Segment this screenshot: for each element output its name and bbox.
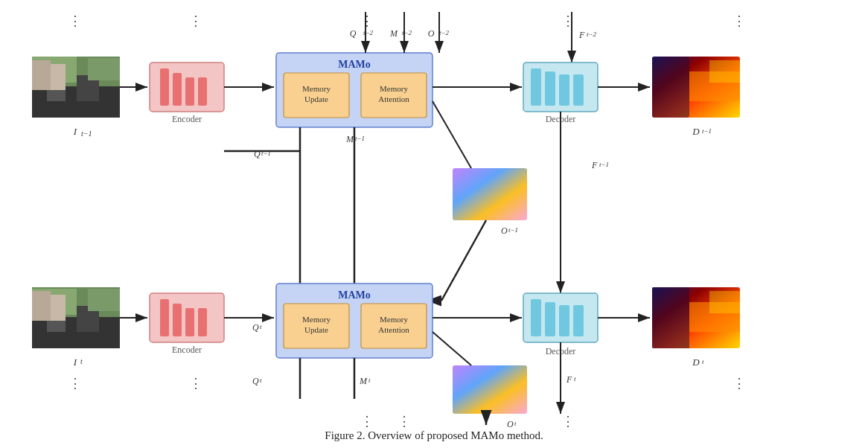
depth-output-label-r1: D — [692, 126, 700, 137]
svg-rect-16 — [185, 77, 194, 106]
svg-rect-10 — [88, 58, 120, 80]
dots-bottom-output: ⋮ — [733, 376, 746, 391]
svg-rect-43 — [51, 295, 66, 321]
f-out-label-r1: F — [591, 160, 598, 170]
memory-update-label2-r1: Update — [304, 95, 328, 103]
svg-rect-37 — [32, 317, 120, 348]
memory-attention-label1-r2: Memory — [380, 315, 408, 324]
svg-text:t: t — [514, 420, 517, 427]
dots-bottom-encoder: ⋮ — [189, 376, 202, 391]
memory-attention-label1-r1: Memory — [380, 84, 408, 93]
dots-top-encoder: ⋮ — [189, 13, 202, 28]
svg-rect-49 — [531, 299, 541, 336]
mamo-title-r2: MAMo — [338, 289, 371, 301]
svg-rect-51 — [559, 305, 569, 336]
svg-text:t−1: t−1 — [508, 226, 518, 234]
svg-text:t: t — [574, 375, 576, 383]
m-out-label-r1: M — [345, 134, 354, 144]
q-label-r2: Q — [252, 322, 259, 333]
dots-top-mamo-left: ⋮ — [360, 13, 374, 28]
svg-rect-23 — [545, 71, 555, 106]
diagram-container: ⋮ ⋮ ⋮ ⋮ ⋮ ⋮ ⋮ I t−1 Encoder — [25, 4, 843, 444]
input-label-r1: I — [73, 126, 77, 137]
memory-update-label1-r2: Memory — [302, 315, 331, 324]
svg-text:t−2: t−2 — [363, 29, 374, 36]
svg-rect-6 — [32, 86, 120, 118]
m-label-below-r2: M — [359, 376, 368, 386]
q-label-below-r2: Q — [252, 376, 259, 386]
svg-text:t−1: t−1 — [81, 129, 92, 138]
svg-rect-45 — [160, 299, 169, 336]
arrow-flow-to-mamo-r2a — [441, 220, 486, 301]
svg-rect-14 — [160, 68, 169, 106]
f-label-below-r2: F — [566, 374, 572, 385]
svg-rect-42 — [32, 291, 51, 321]
svg-rect-48 — [198, 308, 207, 336]
optical-flow-r1 — [453, 168, 527, 220]
svg-rect-24 — [559, 74, 569, 106]
optical-flow-r2 — [453, 365, 527, 414]
f-label-top-r1: F — [578, 30, 585, 40]
svg-text:t−2: t−2 — [402, 29, 412, 36]
encoder-label-r1: Encoder — [172, 114, 202, 124]
svg-text:t−1: t−1 — [355, 135, 365, 142]
dots-top-input: ⋮ — [68, 13, 82, 28]
svg-rect-41 — [88, 289, 120, 311]
dots-top-decoder: ⋮ — [561, 13, 575, 28]
svg-text:t−2: t−2 — [587, 31, 597, 38]
svg-rect-28 — [709, 60, 740, 83]
svg-text:t: t — [702, 358, 704, 365]
dots-bottom-input: ⋮ — [68, 376, 82, 391]
memory-update-label2-r2: Update — [304, 325, 328, 334]
svg-text:t−1: t−1 — [599, 161, 609, 168]
dots-bottom-decoder: ⋮ — [561, 414, 575, 429]
svg-rect-25 — [573, 74, 584, 106]
svg-rect-15 — [173, 73, 182, 106]
memory-attention-label2-r2: Attention — [378, 325, 409, 334]
m-label-top-r1: M — [389, 28, 398, 39]
svg-text:t: t — [368, 377, 371, 384]
svg-rect-11 — [32, 60, 51, 90]
input-label-r2: I — [73, 356, 77, 368]
svg-text:t: t — [80, 357, 83, 365]
depth-output-label-r2: D — [692, 356, 700, 368]
dots-bottom-mamo-left: ⋮ — [360, 414, 374, 429]
svg-text:t: t — [260, 323, 262, 330]
svg-text:t−2: t−2 — [439, 29, 450, 36]
arrow-mamo-flow-r2 — [433, 332, 471, 365]
svg-text:⋮: ⋮ — [398, 414, 411, 429]
svg-rect-17 — [198, 77, 207, 106]
svg-rect-12 — [51, 64, 66, 90]
memory-update-label1-r1: Memory — [302, 84, 331, 93]
svg-rect-53 — [652, 287, 689, 348]
svg-rect-26 — [652, 57, 689, 118]
svg-rect-46 — [173, 304, 182, 336]
svg-rect-22 — [531, 68, 541, 106]
dots-top-output: ⋮ — [733, 13, 746, 28]
mamo-title-r1: MAMo — [338, 59, 371, 70]
o-label-below-r2: O — [507, 419, 514, 429]
o-label-top-r1: O — [428, 28, 435, 39]
memory-attention-label2-r1: Attention — [378, 95, 409, 103]
svg-rect-47 — [185, 308, 194, 336]
figure-caption: Figure 2. Overview of proposed MAMo meth… — [25, 429, 843, 442]
svg-rect-55 — [709, 291, 740, 313]
encoder-label-r2: Encoder — [172, 345, 202, 355]
q-label-top-r1: Q — [350, 28, 357, 39]
svg-text:t: t — [260, 377, 262, 384]
o-out-label-r1: O — [501, 225, 508, 236]
svg-rect-52 — [573, 305, 584, 336]
svg-rect-50 — [545, 302, 555, 336]
arrow-mamo-flow-r1 — [433, 101, 471, 168]
svg-text:t−1: t−1 — [702, 127, 712, 135]
